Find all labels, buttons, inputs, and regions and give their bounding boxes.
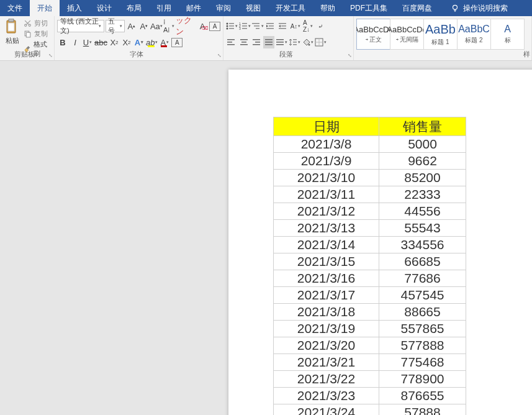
style-more[interactable]: A 标	[490, 19, 525, 50]
increase-indent-button[interactable]	[277, 20, 289, 32]
cell-qty[interactable]: 44556	[379, 203, 466, 220]
cell-date[interactable]: 2021/3/21	[274, 354, 379, 371]
table-row[interactable]: 2021/3/19557865	[274, 321, 466, 337]
tab-view[interactable]: 视图	[238, 0, 268, 16]
cell-date[interactable]: 2021/3/13	[274, 220, 379, 237]
line-spacing-button[interactable]	[289, 36, 300, 48]
underline-button[interactable]: U	[82, 36, 93, 48]
table-row[interactable]: 2021/3/85000	[274, 136, 466, 153]
table-row[interactable]: 2021/3/1122333	[274, 186, 466, 203]
borders-button[interactable]	[315, 36, 327, 48]
table-row[interactable]: 2021/3/14334556	[274, 237, 466, 253]
bold-button[interactable]: B	[57, 36, 68, 48]
paragraph-dialog-launcher[interactable]: ⤡	[348, 53, 352, 58]
cell-qty[interactable]: 9662	[379, 153, 466, 170]
cell-date[interactable]: 2021/3/12	[274, 203, 379, 220]
subscript-button[interactable]: X2	[109, 36, 120, 48]
cell-qty[interactable]: 457545	[379, 287, 466, 304]
italic-button[interactable]: I	[70, 36, 81, 48]
font-name-combo[interactable]: 等线 (西文正文)▾	[57, 20, 104, 32]
cell-qty[interactable]: 778900	[379, 371, 466, 388]
cell-qty[interactable]: 577888	[379, 337, 466, 354]
style-heading1[interactable]: AaBb 标题 1	[423, 19, 458, 50]
highlight-button[interactable]: ab	[146, 36, 158, 48]
tab-layout[interactable]: 布局	[119, 0, 149, 16]
cell-qty[interactable]: 66685	[379, 253, 466, 270]
cell-date[interactable]: 2021/3/16	[274, 270, 379, 287]
cell-qty[interactable]: 88665	[379, 304, 466, 321]
cell-date[interactable]: 2021/3/11	[274, 186, 379, 203]
page[interactable]: 日期 销售量 2021/3/850002021/3/996622021/3/10…	[228, 70, 532, 415]
strikethrough-button[interactable]: abc	[94, 36, 107, 48]
font-dialog-launcher[interactable]: ⤡	[217, 53, 222, 58]
font-color-button[interactable]: A	[159, 36, 170, 48]
cell-qty[interactable]: 85200	[379, 170, 466, 186]
cell-qty[interactable]: 557865	[379, 321, 466, 337]
cut-button[interactable]: 剪切	[24, 19, 52, 28]
cell-date[interactable]: 2021/3/9	[274, 153, 379, 170]
tab-references[interactable]: 引用	[149, 0, 179, 16]
paste-button[interactable]: 粘贴	[2, 17, 22, 50]
change-case-button[interactable]: Aa▾	[151, 20, 162, 32]
show-marks-button[interactable]: ⤶	[315, 20, 326, 32]
char-border-button[interactable]: ックン	[176, 20, 196, 32]
cell-date[interactable]: 2021/3/17	[274, 287, 379, 304]
cell-date[interactable]: 2021/3/22	[274, 371, 379, 388]
numbering-button[interactable]: 123	[239, 20, 251, 32]
sort-button[interactable]: AZ↓	[302, 20, 313, 32]
style-no-spacing[interactable]: AaBbCcDd ￫ 无间隔	[390, 19, 424, 50]
phonetic-guide-button[interactable]: ⁞A⁞	[163, 20, 174, 32]
cell-date[interactable]: 2021/3/14	[274, 237, 379, 253]
tab-file[interactable]: 文件	[0, 0, 30, 16]
style-normal[interactable]: AaBbCcDd ￫ 正文	[356, 19, 390, 50]
cell-date[interactable]: 2021/3/10	[274, 170, 379, 186]
table-row[interactable]: 2021/3/23876655	[274, 388, 466, 404]
tab-developer[interactable]: 开发工具	[268, 0, 313, 16]
cell-date[interactable]: 2021/3/18	[274, 304, 379, 321]
cell-date[interactable]: 2021/3/23	[274, 388, 379, 404]
cell-qty[interactable]: 57888	[379, 404, 466, 416]
table-row[interactable]: 2021/3/99662	[274, 153, 466, 170]
multilevel-list-button[interactable]	[252, 20, 264, 32]
table-row[interactable]: 2021/3/1085200	[274, 170, 466, 186]
cell-date[interactable]: 2021/3/24	[274, 404, 379, 416]
shading-button[interactable]	[302, 36, 313, 48]
table-row[interactable]: 2021/3/20577888	[274, 337, 466, 354]
distribute-button[interactable]	[276, 36, 287, 48]
cell-date[interactable]: 2021/3/19	[274, 321, 379, 337]
tab-home[interactable]: 开始	[30, 0, 60, 16]
asian-layout-button[interactable]: A↕	[290, 20, 301, 32]
char-shading-button[interactable]: A	[171, 38, 183, 47]
tab-baidu[interactable]: 百度网盘	[395, 0, 440, 16]
table-row[interactable]: 2021/3/1888665	[274, 304, 466, 321]
text-effects-button[interactable]: A	[133, 36, 145, 48]
table-row[interactable]: 2021/3/1355543	[274, 220, 466, 237]
align-center-button[interactable]	[238, 36, 250, 48]
tab-mailings[interactable]: 邮件	[179, 0, 209, 16]
tab-insert[interactable]: 插入	[60, 0, 89, 16]
cell-date[interactable]: 2021/3/15	[274, 253, 379, 270]
tab-review[interactable]: 审阅	[209, 0, 238, 16]
superscript-button[interactable]: X2	[121, 36, 132, 48]
cell-qty[interactable]: 22333	[379, 186, 466, 203]
clear-formatting-button[interactable]: A⌫	[197, 20, 208, 32]
table-row[interactable]: 2021/3/2457888	[274, 404, 466, 416]
cell-date[interactable]: 2021/3/20	[274, 337, 379, 354]
enclosed-char-button[interactable]: A	[209, 22, 220, 31]
align-justify-button[interactable]	[263, 36, 274, 48]
table-row[interactable]: 2021/3/1244556	[274, 203, 466, 220]
data-table[interactable]: 日期 销售量 2021/3/850002021/3/996622021/3/10…	[273, 117, 466, 415]
tab-pdftools[interactable]: PDF工具集	[343, 0, 395, 16]
tab-help[interactable]: 帮助	[313, 0, 343, 16]
tell-me-search[interactable]: 操作说明搜索	[444, 0, 514, 16]
table-row[interactable]: 2021/3/22778900	[274, 371, 466, 388]
cell-qty[interactable]: 55543	[379, 220, 466, 237]
header-qty[interactable]: 销售量	[379, 117, 466, 136]
cell-date[interactable]: 2021/3/8	[274, 136, 379, 153]
table-row[interactable]: 2021/3/17457545	[274, 287, 466, 304]
shrink-font-button[interactable]: A▾	[138, 20, 150, 32]
grow-font-button[interactable]: A▴	[126, 20, 137, 32]
cell-qty[interactable]: 334556	[379, 237, 466, 253]
decrease-indent-button[interactable]	[265, 20, 276, 32]
style-heading2[interactable]: AaBbC 标题 2	[457, 19, 491, 50]
